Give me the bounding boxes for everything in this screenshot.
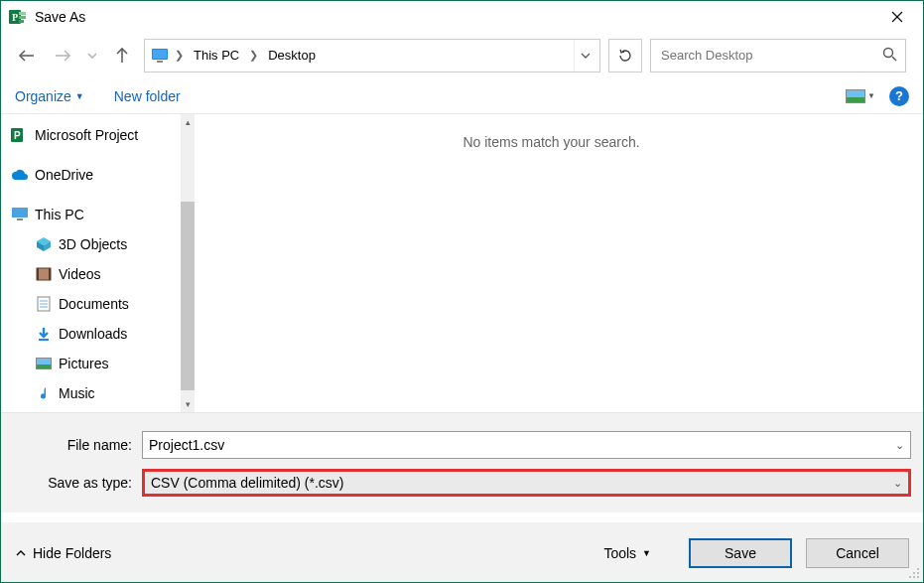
filename-value: Project1.csv bbox=[149, 437, 224, 453]
triangle-down-icon: ▼ bbox=[642, 548, 651, 558]
tree-item-thispc[interactable]: This PC bbox=[9, 200, 180, 229]
nav-recent-dropdown[interactable] bbox=[84, 42, 100, 70]
svg-point-13 bbox=[884, 48, 893, 57]
arrow-right-icon bbox=[53, 46, 72, 66]
tree-item-onedrive[interactable]: OneDrive bbox=[9, 160, 180, 190]
tools-label: Tools bbox=[603, 545, 636, 561]
svg-rect-22 bbox=[37, 268, 51, 280]
app-icon-project: P bbox=[9, 8, 27, 26]
search-icon bbox=[882, 47, 897, 65]
tree-item-pictures[interactable]: Pictures bbox=[9, 349, 180, 378]
scroll-down-button[interactable]: ▾ bbox=[181, 396, 195, 412]
tree-item-label: Documents bbox=[59, 296, 129, 312]
new-folder-button[interactable]: New folder bbox=[114, 88, 181, 104]
search-input[interactable] bbox=[659, 47, 882, 64]
refresh-button[interactable] bbox=[608, 39, 642, 73]
nav-up-button[interactable] bbox=[108, 42, 136, 70]
window-titlebar: P Save As bbox=[1, 1, 923, 33]
cube-icon bbox=[35, 235, 53, 253]
chevron-down-icon bbox=[87, 51, 97, 61]
tree-scrollbar[interactable]: ▴ ▾ bbox=[181, 114, 195, 412]
tree-item-msproject[interactable]: P Microsoft Project bbox=[9, 120, 180, 150]
tree-item-music[interactable]: Music bbox=[9, 378, 180, 408]
svg-point-34 bbox=[913, 576, 915, 578]
folder-tree[interactable]: P Microsoft Project OneDrive This PC 3D … bbox=[1, 114, 180, 412]
svg-rect-18 bbox=[17, 219, 23, 220]
tree-item-downloads[interactable]: Downloads bbox=[9, 319, 180, 349]
tools-menu-button[interactable]: Tools ▼ bbox=[603, 545, 651, 561]
empty-message: No items match your search. bbox=[462, 134, 639, 150]
save-button[interactable]: Save bbox=[689, 538, 792, 568]
tree-item-label: Microsoft Project bbox=[35, 127, 138, 143]
cancel-button[interactable]: Cancel bbox=[806, 538, 909, 568]
chevron-down-icon: ⌄ bbox=[895, 439, 904, 452]
close-button[interactable] bbox=[875, 3, 919, 31]
chevron-right-icon: ❯ bbox=[175, 49, 184, 62]
svg-rect-2 bbox=[19, 12, 26, 15]
app-icon-project: P bbox=[11, 126, 29, 144]
chevron-up-icon bbox=[15, 547, 27, 559]
scroll-up-button[interactable]: ▴ bbox=[181, 114, 195, 130]
form-area: File name: Project1.csv ⌄ Save as type: … bbox=[1, 412, 923, 512]
refresh-icon bbox=[617, 48, 633, 64]
chevron-down-icon: ⌄ bbox=[893, 477, 902, 490]
address-dropdown-button[interactable] bbox=[574, 40, 595, 72]
hide-folders-button[interactable]: Hide Folders bbox=[15, 545, 111, 561]
svg-rect-17 bbox=[12, 208, 28, 218]
arrow-left-icon bbox=[17, 46, 37, 66]
navigation-row: ❯ This PC ❯ Desktop bbox=[1, 33, 923, 78]
address-breadcrumb[interactable]: ❯ This PC ❯ Desktop bbox=[144, 39, 600, 73]
organize-menu-button[interactable]: Organize ▼ bbox=[15, 88, 84, 104]
triangle-down-icon: ▼ bbox=[75, 91, 84, 101]
svg-rect-24 bbox=[49, 268, 51, 280]
tree-item-label: Pictures bbox=[59, 356, 109, 371]
tree-item-3dobjects[interactable]: 3D Objects bbox=[9, 229, 180, 259]
svg-point-31 bbox=[913, 572, 915, 574]
svg-rect-23 bbox=[37, 268, 39, 280]
filename-input[interactable]: Project1.csv ⌄ bbox=[142, 431, 911, 459]
cloud-icon bbox=[11, 166, 29, 184]
help-button[interactable]: ? bbox=[889, 86, 909, 106]
tree-item-label: 3D Objects bbox=[59, 236, 127, 252]
download-arrow-icon bbox=[35, 325, 53, 343]
search-box[interactable] bbox=[650, 39, 906, 73]
new-folder-label: New folder bbox=[114, 88, 181, 104]
nav-back-button[interactable] bbox=[13, 42, 41, 70]
breadcrumb-root[interactable]: This PC bbox=[188, 48, 245, 63]
monitor-icon bbox=[11, 206, 29, 223]
file-list-area: No items match your search. bbox=[180, 114, 923, 412]
monitor-icon bbox=[149, 45, 171, 67]
chevron-right-icon: ❯ bbox=[249, 49, 258, 62]
film-icon bbox=[35, 265, 53, 283]
toolbar: Organize ▼ New folder ▼ ? bbox=[1, 78, 923, 114]
triangle-down-icon: ▼ bbox=[867, 91, 875, 100]
view-mode-button[interactable]: ▼ bbox=[846, 89, 875, 103]
tree-item-documents[interactable]: Documents bbox=[9, 289, 180, 319]
filename-label: File name: bbox=[13, 437, 142, 453]
nav-forward-button[interactable] bbox=[49, 42, 76, 70]
svg-rect-3 bbox=[19, 16, 26, 19]
scroll-thumb[interactable] bbox=[181, 202, 195, 390]
svg-point-32 bbox=[917, 572, 919, 574]
organize-label: Organize bbox=[15, 88, 71, 104]
svg-point-30 bbox=[917, 568, 919, 570]
tree-item-videos[interactable]: Videos bbox=[9, 259, 180, 289]
svg-point-33 bbox=[909, 576, 911, 578]
document-icon bbox=[35, 295, 53, 313]
tree-item-label: Music bbox=[59, 385, 95, 401]
tree-item-label: Downloads bbox=[59, 326, 127, 342]
svg-line-14 bbox=[892, 57, 896, 61]
savetype-dropdown[interactable]: CSV (Comma delimited) (*.csv) ⌄ bbox=[142, 469, 911, 497]
tree-item-label: Videos bbox=[59, 266, 101, 282]
svg-text:P: P bbox=[14, 130, 21, 141]
cancel-label: Cancel bbox=[836, 545, 879, 561]
savetype-value: CSV (Comma delimited) (*.csv) bbox=[151, 475, 343, 491]
window-title: Save As bbox=[35, 9, 85, 25]
savetype-label: Save as type: bbox=[13, 475, 142, 491]
save-label: Save bbox=[725, 545, 756, 561]
hide-folders-label: Hide Folders bbox=[33, 545, 111, 561]
resize-grip[interactable] bbox=[908, 567, 920, 579]
close-icon bbox=[891, 11, 903, 23]
help-label: ? bbox=[895, 88, 903, 103]
breadcrumb-leaf[interactable]: Desktop bbox=[262, 48, 322, 63]
